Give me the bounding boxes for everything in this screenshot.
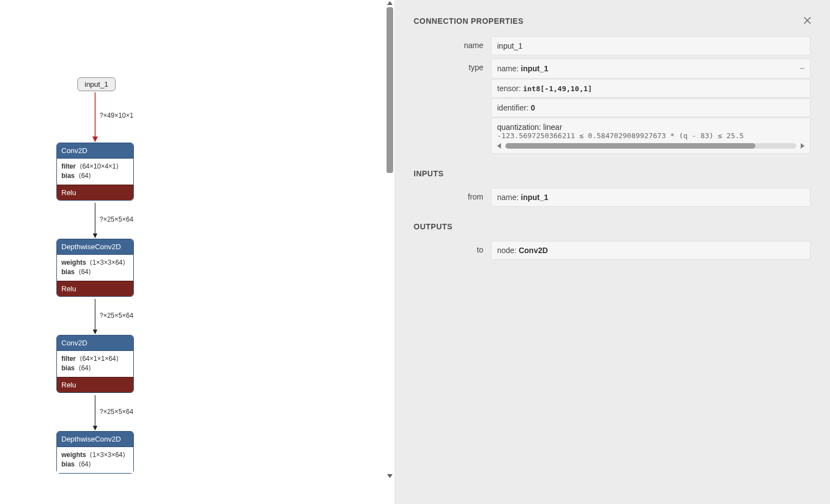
horizontal-scrollbar[interactable] (497, 143, 805, 149)
type-tensor-row: tensor: int8[-1,49,10,1] (491, 79, 811, 98)
layer-title: Conv2D (57, 143, 133, 158)
section-inputs: INPUTS (414, 169, 811, 178)
scroll-right-icon[interactable] (801, 143, 805, 149)
layer-activation: Relu (57, 377, 133, 392)
layer-params: weights ⟨1×3×3×64⟩ bias ⟨64⟩ (57, 254, 133, 281)
scroll-left-icon[interactable] (497, 143, 501, 149)
input-node[interactable]: input_1 (77, 77, 116, 91)
edge-label-1: ?×49×10×1 (100, 112, 133, 119)
hscroll-thumb[interactable] (505, 143, 755, 149)
edge-label-4: ?×25×5×64 (100, 408, 133, 416)
type-name-row[interactable]: name: input_1 − (491, 59, 811, 78)
label-to: to (414, 241, 491, 254)
close-icon (802, 15, 812, 25)
scroll-down-icon[interactable] (387, 474, 393, 478)
layer-activation: Relu (57, 281, 133, 296)
layer-depthwise-1[interactable]: DepthwiseConv2D weights ⟨1×3×3×64⟩ bias … (56, 239, 134, 297)
layer-conv2d-2[interactable]: Conv2D filter ⟨64×1×1×64⟩ bias ⟨64⟩ Relu (56, 335, 134, 393)
layer-title: DepthwiseConv2D (57, 239, 133, 254)
section-outputs: OUTPUTS (414, 222, 811, 231)
edge-label-2: ?×25×5×64 (100, 216, 133, 223)
layer-title: DepthwiseConv2D (57, 432, 133, 447)
input-from-row: name: input_1 (491, 188, 811, 207)
output-to-row: node: Conv2D (491, 241, 811, 260)
value-name: input_1 (491, 36, 811, 55)
close-button[interactable] (802, 15, 812, 27)
properties-panel: CONNECTION PROPERTIES name input_1 type … (394, 0, 830, 504)
minus-icon[interactable]: − (800, 64, 805, 74)
scroll-up-icon[interactable] (387, 1, 393, 5)
layer-params: weights ⟨1×3×3×64⟩ bias ⟨64⟩ (57, 447, 133, 473)
vertical-scrollbar[interactable] (385, 0, 394, 504)
graph-canvas[interactable]: input_1 ?×49×10×1 Conv2D filter ⟨64×10×4… (0, 0, 385, 504)
layer-activation: Relu (57, 185, 133, 200)
label-name: name (414, 36, 491, 50)
layer-params: filter ⟨64×1×1×64⟩ bias ⟨64⟩ (57, 350, 133, 377)
layer-params: filter ⟨64×10×4×1⟩ bias ⟨64⟩ (57, 158, 133, 185)
layer-title: Conv2D (57, 335, 133, 350)
hscroll-track[interactable] (505, 143, 796, 149)
layer-conv2d-1[interactable]: Conv2D filter ⟨64×10×4×1⟩ bias ⟨64⟩ Relu (56, 143, 134, 201)
panel-title: CONNECTION PROPERTIES (414, 17, 811, 25)
edge-label-3: ?×25×5×64 (100, 312, 133, 319)
type-identifier-row: identifier: 0 (491, 98, 811, 117)
layer-depthwise-2[interactable]: DepthwiseConv2D weights ⟨1×3×3×64⟩ bias … (56, 431, 134, 474)
label-from: from (414, 188, 491, 201)
label-type: type (414, 59, 491, 72)
type-quantization-row: quantization: linear -123.5697250366211 … (491, 118, 811, 154)
scroll-thumb[interactable] (387, 7, 393, 173)
quantization-formula: -123.5697250366211 ≤ 0.5847029089927673 … (497, 132, 805, 140)
